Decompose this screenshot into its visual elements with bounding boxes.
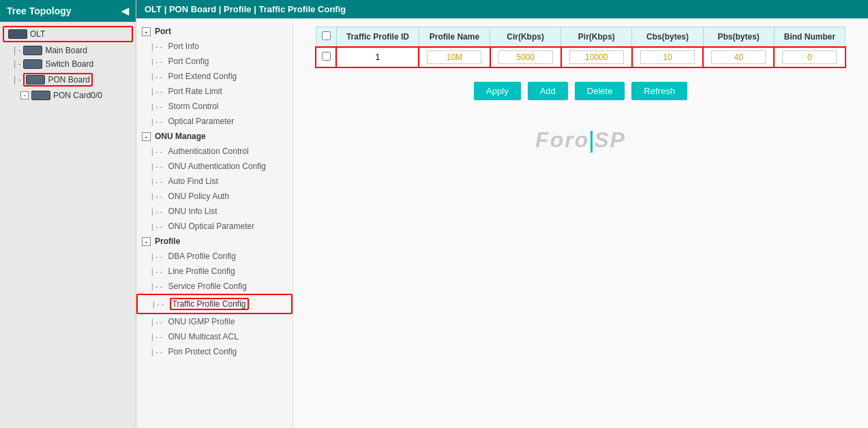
nav-section-port-label: Port [155,27,171,36]
port-items: Port Info Port Config Port Extend Config… [136,39,293,129]
nav-port-info[interactable]: Port Info [136,39,293,54]
sidebar-title: Tree Topology [7,5,72,16]
nav-service-profile-config[interactable]: Service Profile Config [136,279,293,294]
expand-profile-icon[interactable]: - [142,237,151,246]
pon-board-icon [26,75,45,85]
traffic-profile-active-label: Traffic Profile Config [170,298,249,310]
nav-onu-igmp-profile[interactable]: ONU IGMP Profile [136,314,293,329]
tree-item-switch-board[interactable]: |- Switch Board [0,57,136,71]
cell-bind-number [774,47,845,67]
col-profile-name: Profile Name [419,27,490,48]
cell-cbs-bytes [632,47,703,67]
button-row: Apply Add Delete Refresh [474,82,687,100]
nav-line-profile-config[interactable]: Line Profile Config [136,264,293,279]
nav-auto-find-list[interactable]: Auto Find List [136,174,293,189]
nav-onu-multicast-acl[interactable]: ONU Multicast ACL [136,329,293,344]
breadcrumb-bar: OLT | PON Board | Profile | Traffic Prof… [136,0,868,18]
col-checkbox [316,27,336,48]
main-panel: OLT | PON Board | Profile | Traffic Prof… [136,0,868,428]
tree-item-main-board[interactable]: |- Main Board [0,44,136,57]
main-board-icon [23,46,42,55]
cell-traffic-profile-id: 1 [336,47,419,67]
nav-section-onu-manage: - ONU Manage [136,129,293,144]
watermark-text1: Foro [535,127,589,152]
input-bind-number[interactable] [782,50,837,64]
cell-pir-kbps [561,47,632,67]
nav-auth-control[interactable]: Authentication Control [136,144,293,159]
tree-label-olt: OLT [30,29,45,39]
nav-onu-optical-param[interactable]: ONU Optical Parameter [136,219,293,234]
tree-label-pon-card: PON Card0/0 [53,91,102,100]
sidebar-header: Tree Topology ◀ [0,0,136,22]
col-cir-kbps: Cir(Kbps) [490,27,561,48]
input-profile-name[interactable] [427,50,481,64]
cell-profile-name [419,47,490,67]
nav-onu-auth-config[interactable]: ONU Authentication Config [136,159,293,174]
nav-port-config[interactable]: Port Config [136,54,293,69]
watermark-text2: SP [594,127,626,152]
input-pir-kbps[interactable] [569,50,624,64]
tree-label-switch-board: Switch Board [45,59,93,69]
input-cbs-bytes[interactable] [640,50,695,64]
input-pbs-bytes[interactable] [711,50,766,64]
watermark: ForoSP [535,127,626,153]
tree-line-2: |- [12,59,22,69]
left-nav: - Port Port Info Port Config Port Extend… [136,18,293,428]
nav-traffic-profile-config[interactable]: Traffic Profile Config [136,294,293,314]
olt-device-icon [8,29,27,39]
profile-items: DBA Profile Config Line Profile Config S… [136,249,293,359]
expand-icon-pon-card[interactable]: - [20,91,29,100]
nav-section-profile: - Profile [136,234,293,249]
nav-optical-parameter[interactable]: Optical Parameter [136,114,293,129]
col-bind-number: Bind Number [774,27,845,48]
cell-cir-kbps [490,47,561,67]
tree-item-pon-board[interactable]: |- PON Board [0,71,136,89]
expand-port-icon[interactable]: - [142,27,151,36]
col-traffic-profile-id: Traffic Profile ID [336,27,419,48]
select-all-checkbox[interactable] [322,31,331,40]
nav-onu-info-list[interactable]: ONU Info List [136,204,293,219]
input-cir-kbps[interactable] [498,50,553,64]
expand-onu-manage-icon[interactable]: - [142,132,151,141]
right-panel: Traffic Profile ID Profile Name Cir(Kbps… [293,18,868,428]
tree-label-main-board: Main Board [45,46,87,55]
watermark-divider [590,131,593,153]
col-pbs-bytes: Pbs(bytes) [703,27,774,48]
onu-manage-items: Authentication Control ONU Authenticatio… [136,144,293,234]
tree-content: OLT |- Main Board |- Switch Board |- PON… [0,22,136,105]
nav-section-profile-label: Profile [155,236,180,246]
nav-storm-control[interactable]: Storm Control [136,99,293,114]
row-checkbox[interactable] [322,52,331,61]
tree-label-pon-board: PON Board [48,75,89,85]
content-area: - Port Port Info Port Config Port Extend… [136,18,868,428]
refresh-button[interactable]: Refresh [631,82,687,100]
cell-pbs-bytes [703,47,774,67]
switch-board-icon [23,59,42,69]
row-checkbox-cell [316,47,336,67]
tree-item-pon-card[interactable]: - PON Card0/0 [0,89,136,102]
breadcrumb-text: OLT | PON Board | Profile | Traffic Prof… [145,4,346,14]
delete-button[interactable]: Delete [575,82,625,100]
tree-line: |- [12,46,22,55]
apply-button[interactable]: Apply [474,82,521,100]
col-cbs-bytes: Cbs(bytes) [632,27,703,48]
add-button[interactable]: Add [528,82,568,100]
nav-port-rate-limit[interactable]: Port Rate Limit [136,84,293,99]
config-table: Traffic Profile ID Profile Name Cir(Kbps… [315,27,845,68]
nav-dba-profile-config[interactable]: DBA Profile Config [136,249,293,264]
nav-onu-policy-auth[interactable]: ONU Policy Auth [136,189,293,204]
nav-section-port: - Port [136,24,293,39]
pon-card-icon [31,91,50,100]
tree-item-olt[interactable]: OLT [3,26,133,42]
nav-pon-protect-config[interactable]: Pon Protect Config [136,344,293,359]
nav-port-extend-config[interactable]: Port Extend Config [136,69,293,84]
table-row: 1 [316,47,845,67]
sidebar: Tree Topology ◀ OLT |- Main Board |- Swi… [0,0,136,428]
nav-section-onu-manage-label: ONU Manage [155,132,206,141]
col-pir-kbps: Pir(Kbps) [561,27,632,48]
tree-line-3: |- [12,75,22,85]
collapse-arrow-icon[interactable]: ◀ [121,5,129,16]
